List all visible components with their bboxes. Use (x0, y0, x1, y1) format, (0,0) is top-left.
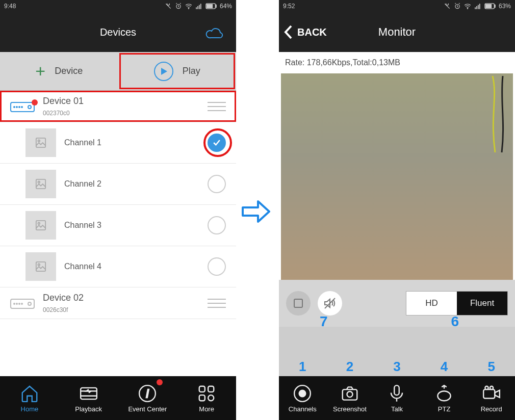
nav-screenshot[interactable]: Screenshot (326, 376, 374, 420)
status-time: 9:52 (283, 3, 295, 10)
signal-icon (474, 3, 481, 10)
svg-rect-39 (475, 7, 476, 9)
spacer (279, 327, 515, 357)
nav-event-label: Event Center (128, 405, 167, 413)
battery-icon (205, 3, 217, 10)
nav-talk-label: Talk (391, 405, 403, 413)
svg-point-21 (38, 223, 40, 225)
back-button[interactable]: BACK (279, 24, 327, 40)
devices-header: Devices (0, 12, 236, 52)
channel-select-radio[interactable] (208, 175, 226, 193)
battery-icon (484, 3, 496, 10)
channel-thumb-icon (25, 170, 56, 198)
quality-segment: HD Fluent (406, 291, 508, 316)
highlight-box (119, 53, 236, 89)
play-button[interactable]: Play (118, 52, 237, 90)
svg-rect-16 (36, 138, 45, 147)
channel-row[interactable]: Channel 3 (0, 205, 236, 246)
svg-rect-46 (294, 299, 302, 307)
add-device-label: Device (55, 66, 83, 76)
device-list[interactable]: Device 01 002370c0 Channel 1 Channel 2 C… (0, 91, 236, 376)
drag-handle-icon[interactable] (208, 299, 226, 308)
add-device-button[interactable]: + Device (0, 52, 118, 90)
channel-thumb-icon (25, 128, 56, 157)
annotation-4: 4 (441, 359, 448, 375)
svg-point-27 (16, 303, 17, 304)
svg-rect-35 (199, 395, 205, 401)
device-id: 0026c30f (43, 306, 199, 313)
video-view[interactable] (281, 73, 513, 280)
annotation-row: 1 2 3 4 5 (279, 357, 515, 376)
svg-rect-5 (200, 4, 201, 9)
stop-button[interactable] (286, 291, 311, 316)
channel-select-check[interactable] (208, 134, 226, 152)
dnd-icon (165, 3, 172, 10)
channel-row[interactable]: Channel 1 (0, 122, 236, 164)
device-row[interactable]: Device 02 0026c30f (0, 287, 236, 319)
nav-record[interactable]: Record (468, 376, 515, 420)
status-time: 9:48 (4, 3, 16, 10)
channel-row[interactable]: Channel 4 (0, 246, 236, 287)
channel-name: Channel 3 (64, 221, 199, 230)
mute-button[interactable] (318, 291, 342, 316)
svg-point-36 (208, 395, 214, 401)
svg-point-38 (467, 8, 468, 9)
nav-channels[interactable]: Channels (279, 376, 326, 420)
online-dot (32, 99, 38, 106)
svg-point-50 (347, 391, 352, 397)
header-title: Devices (100, 27, 136, 38)
nav-playback-label: Playback (75, 405, 102, 413)
svg-rect-41 (478, 5, 479, 9)
nav-talk[interactable]: Talk (373, 376, 421, 420)
rate-info: Rate: 178,66Kbps,Total:0,13MB (279, 52, 515, 73)
nav-home-label: Home (21, 405, 39, 413)
nav-more[interactable]: More (177, 376, 236, 420)
annotation-2: 2 (346, 359, 353, 375)
devices-screen: 9:48 64% Devices + Device Play (0, 0, 236, 420)
bottom-nav: Home Playback i Event Center More (0, 376, 236, 420)
svg-rect-18 (36, 179, 45, 189)
device-row[interactable]: Device 01 002370c0 (0, 91, 236, 122)
cloud-icon[interactable] (205, 28, 224, 40)
svg-rect-40 (476, 6, 477, 9)
arrow-right-icon (241, 199, 271, 224)
nav-ptz[interactable]: PTZ (421, 376, 468, 420)
quality-hd[interactable]: HD (406, 292, 457, 315)
svg-rect-42 (479, 4, 480, 9)
svg-point-25 (28, 302, 31, 305)
svg-point-26 (14, 303, 15, 304)
channel-select-radio[interactable] (208, 257, 226, 276)
svg-point-17 (38, 140, 40, 142)
monitor-header: BACK Monitor (279, 12, 515, 52)
annotation-1: 1 (299, 359, 306, 375)
video-overlay-decor (487, 76, 508, 152)
nav-ptz-label: PTZ (438, 405, 451, 413)
monitor-screen: 9:52 63% BACK Monitor Rate: 178,66Kbps,T… (279, 0, 515, 420)
battery-pct: 64% (220, 3, 232, 10)
svg-point-13 (16, 107, 17, 108)
drag-handle-icon[interactable] (208, 102, 226, 111)
wifi-icon (185, 3, 192, 10)
svg-point-11 (28, 106, 31, 109)
svg-rect-22 (36, 262, 45, 271)
quality-fluent[interactable]: Fluent (457, 292, 507, 315)
dvr-icon (10, 99, 35, 114)
battery-pct: 63% (499, 3, 511, 10)
svg-rect-45 (486, 5, 492, 8)
svg-text:i: i (146, 387, 149, 400)
channel-thumb-icon (25, 252, 56, 281)
action-row: + Device Play (0, 52, 236, 91)
dnd-icon (444, 3, 451, 10)
annotation-5: 5 (487, 359, 495, 375)
nav-home[interactable]: Home (0, 376, 59, 420)
alarm-icon (175, 3, 182, 10)
svg-point-52 (437, 391, 450, 401)
nav-playback[interactable]: Playback (59, 376, 118, 420)
channel-row[interactable]: Channel 2 (0, 164, 236, 205)
channel-select-radio[interactable] (208, 216, 226, 234)
svg-marker-9 (161, 68, 167, 75)
notification-dot (157, 379, 163, 385)
svg-rect-34 (208, 386, 214, 391)
wifi-icon (464, 3, 471, 10)
nav-event-center[interactable]: i Event Center (118, 376, 177, 420)
